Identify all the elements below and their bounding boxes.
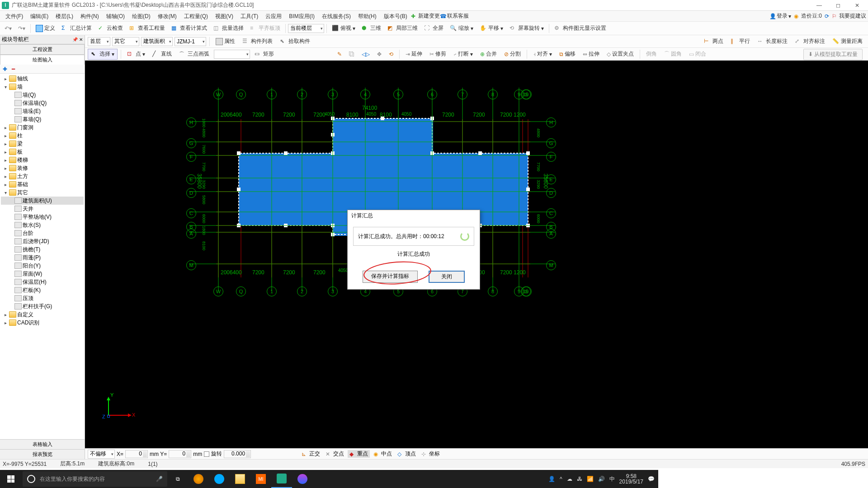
- twopoint-button[interactable]: ⊢两点: [701, 36, 726, 47]
- tree-node[interactable]: 台阶: [1, 229, 84, 237]
- chamfer-button[interactable]: 倒角: [643, 49, 660, 60]
- calc-view-button[interactable]: ▦查看计算式: [169, 23, 210, 34]
- task-view-button[interactable]: ⧉: [167, 470, 188, 488]
- fillet-button[interactable]: ⌒圆角: [661, 49, 684, 60]
- dialog-close-button[interactable]: 关闭: [429, 271, 465, 283]
- menu-modify[interactable]: 修改(M): [154, 11, 180, 22]
- tree-node[interactable]: ▸轴线: [1, 75, 84, 83]
- tree-node[interactable]: 墙(Q): [1, 91, 84, 99]
- tree-node[interactable]: 栏杆扶手(G): [1, 302, 84, 310]
- menu-version[interactable]: 版本号(B): [380, 11, 411, 22]
- start-button[interactable]: [0, 470, 22, 488]
- tree-node[interactable]: 平整场地(V): [1, 213, 84, 221]
- menu-auxaxis[interactable]: 辅轴(O): [103, 11, 128, 22]
- redo-button[interactable]: ↷▾: [15, 23, 28, 34]
- taskbar-edge[interactable]: [209, 470, 230, 488]
- local3d-button[interactable]: ◩局部三维: [385, 23, 420, 34]
- move-button[interactable]: ✥: [374, 49, 384, 60]
- tree-node[interactable]: ▸基础: [1, 180, 84, 188]
- taskbar-app-1[interactable]: [188, 470, 209, 488]
- split-button[interactable]: ⊘分割: [501, 49, 524, 60]
- menu-online[interactable]: 在线服务(S): [318, 11, 354, 22]
- tab-table-input[interactable]: 表格输入: [0, 439, 85, 449]
- tree-node[interactable]: 屋面(W): [1, 270, 84, 278]
- tray-up-icon[interactable]: ^: [560, 476, 562, 482]
- category-dropdown[interactable]: 其它: [112, 37, 139, 46]
- rotate-button[interactable]: ⟲屏幕旋转▾: [507, 23, 547, 34]
- rot-button[interactable]: ⟲: [386, 49, 396, 60]
- cloud-check-button[interactable]: ✓云检查: [95, 23, 126, 34]
- rotate-input[interactable]: 0.000: [224, 450, 251, 458]
- tree-node[interactable]: ▸门窗洞: [1, 123, 84, 131]
- menu-edit[interactable]: 编辑(E): [27, 11, 52, 22]
- tree-node[interactable]: 保温层(H): [1, 278, 84, 286]
- tree-node[interactable]: ▸土方: [1, 172, 84, 180]
- tree-node[interactable]: 压顶: [1, 294, 84, 302]
- tree-node[interactable]: 挑檐(T): [1, 245, 84, 253]
- tray-net-icon[interactable]: 🖧: [577, 476, 582, 482]
- pan-button[interactable]: ✋平移▾: [477, 23, 506, 34]
- menu-draw[interactable]: 绘图(D): [128, 11, 154, 22]
- persp-button[interactable]: ⬛俯视▾: [329, 23, 358, 34]
- mic-icon[interactable]: 🎤: [156, 476, 163, 482]
- display-settings-button[interactable]: ⚙构件图元显示设置: [552, 23, 609, 34]
- zoom-button[interactable]: 🔍缩放▾: [447, 23, 476, 34]
- arc-button[interactable]: ⌒三点画弧: [176, 49, 212, 60]
- taskbar-app-g[interactable]: [292, 470, 313, 488]
- contact-cs-link[interactable]: ☎联系客服: [440, 12, 469, 20]
- break-button[interactable]: ⌿打断▾: [451, 49, 476, 60]
- y-input[interactable]: 0: [169, 450, 191, 458]
- brush-button[interactable]: ✎: [335, 49, 344, 60]
- tree-node[interactable]: 墙垛(E): [1, 107, 84, 115]
- tray-wifi-icon[interactable]: 📶: [587, 476, 594, 482]
- rotate-checkbox[interactable]: [204, 451, 209, 457]
- tree-node[interactable]: 散水(S): [1, 221, 84, 229]
- grip-button[interactable]: ◇设置夹点: [604, 49, 637, 60]
- align-button[interactable]: ⫞对齐▾: [530, 49, 555, 60]
- trim-button[interactable]: ✂修剪: [427, 49, 449, 60]
- snap-midpoint[interactable]: ◆重点: [348, 450, 370, 458]
- tree-node[interactable]: ▸梁: [1, 140, 84, 148]
- measure-button[interactable]: 📏测量距离: [830, 36, 865, 47]
- collapse-all-icon[interactable]: ━: [10, 66, 16, 72]
- snap-intersect[interactable]: ✕交点: [324, 450, 346, 458]
- length-dim-button[interactable]: ↔长度标注: [755, 36, 790, 47]
- arc-dropdown[interactable]: [214, 50, 250, 59]
- stretch-button[interactable]: ⇔拉伸: [580, 49, 602, 60]
- floor-dropdown[interactable]: 首层: [88, 37, 110, 46]
- menu-qty[interactable]: 工程量(Q): [180, 11, 212, 22]
- snap-center[interactable]: ◉中点: [372, 450, 394, 458]
- align-dim-button[interactable]: ⤢对齐标注: [792, 36, 828, 47]
- copy-button[interactable]: ⿻: [346, 49, 357, 60]
- taskbar-gcl[interactable]: [271, 470, 292, 488]
- merge-button[interactable]: ⊕合并: [477, 49, 500, 60]
- tree-node[interactable]: 天井: [1, 205, 84, 213]
- close-button[interactable]: ✕: [848, 1, 866, 10]
- extend-button[interactable]: ⇥延伸: [403, 49, 425, 60]
- coin-label[interactable]: ◉造价豆:0: [794, 12, 822, 20]
- menu-file[interactable]: 文件(F): [2, 11, 27, 22]
- tray-vol-icon[interactable]: 🔊: [598, 476, 605, 482]
- define-button[interactable]: 定义: [33, 23, 58, 34]
- menu-floor[interactable]: 楼层(L): [52, 11, 77, 22]
- taskbar-app-mi[interactable]: MI: [250, 470, 271, 488]
- tree-node[interactable]: 雨蓬(P): [1, 253, 84, 262]
- pin-icon[interactable]: 📌 ✕: [72, 37, 83, 42]
- close-poly-button[interactable]: ▭闭合: [686, 49, 709, 60]
- batch-select-button[interactable]: ◫批量选择: [211, 23, 246, 34]
- expand-all-icon[interactable]: ✚: [2, 66, 8, 72]
- tree-node[interactable]: 阳台(Y): [1, 262, 84, 270]
- menu-tools[interactable]: 工具(T): [237, 11, 262, 22]
- tree-node[interactable]: ▾墙: [1, 83, 84, 91]
- suggest-link[interactable]: ⚐我要提建议: [832, 12, 866, 20]
- tab-drawing-input[interactable]: 绘图输入: [0, 55, 85, 65]
- snap-coord[interactable]: ⊹坐标: [420, 450, 442, 458]
- maximize-button[interactable]: ◻: [829, 1, 847, 10]
- select-button[interactable]: ⬉选择▾: [88, 49, 118, 60]
- floor-current-dropdown[interactable]: 当前楼层: [288, 24, 324, 33]
- code-dropdown[interactable]: JZMJ-1: [175, 37, 206, 46]
- tree-node[interactable]: 后浇带(JD): [1, 237, 84, 245]
- nav-tree[interactable]: ▸轴线▾墙墙(Q)保温墙(Q)墙垛(E)幕墙(Q)▸门窗洞▸柱▸梁▸板▸楼梯▸装…: [0, 74, 85, 439]
- tree-node[interactable]: ▾其它: [1, 188, 84, 197]
- save-calc-button[interactable]: 保存并计算指标: [363, 271, 418, 283]
